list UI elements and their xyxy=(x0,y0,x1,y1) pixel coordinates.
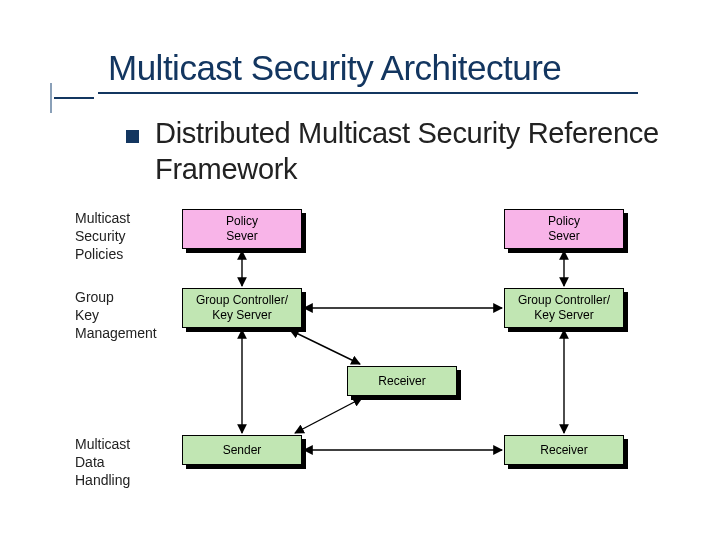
box-sender: Sender xyxy=(182,435,302,465)
box-policy-server-left: Policy Sever xyxy=(182,209,302,249)
title-underline-main xyxy=(98,92,638,94)
page-title: Multicast Security Architecture xyxy=(108,48,561,88)
box-policy-server-right: Policy Sever xyxy=(504,209,624,249)
row-label-keymgmt: Group Key Management xyxy=(75,288,157,343)
box-group-controller-left: Group Controller/ Key Server xyxy=(182,288,302,328)
title-accent-vertical xyxy=(50,83,52,113)
row-label-policies: Multicast Security Policies xyxy=(75,209,130,264)
bullet-icon xyxy=(126,130,139,143)
row-label-datahandling: Multicast Data Handling xyxy=(75,435,130,490)
title-underline-secondary xyxy=(54,97,94,99)
subtitle: Distributed Multicast Security Reference… xyxy=(155,115,715,188)
box-receiver-right: Receiver xyxy=(504,435,624,465)
svg-line-5 xyxy=(290,330,360,364)
svg-line-6 xyxy=(295,398,362,433)
box-group-controller-right: Group Controller/ Key Server xyxy=(504,288,624,328)
box-receiver-middle: Receiver xyxy=(347,366,457,396)
